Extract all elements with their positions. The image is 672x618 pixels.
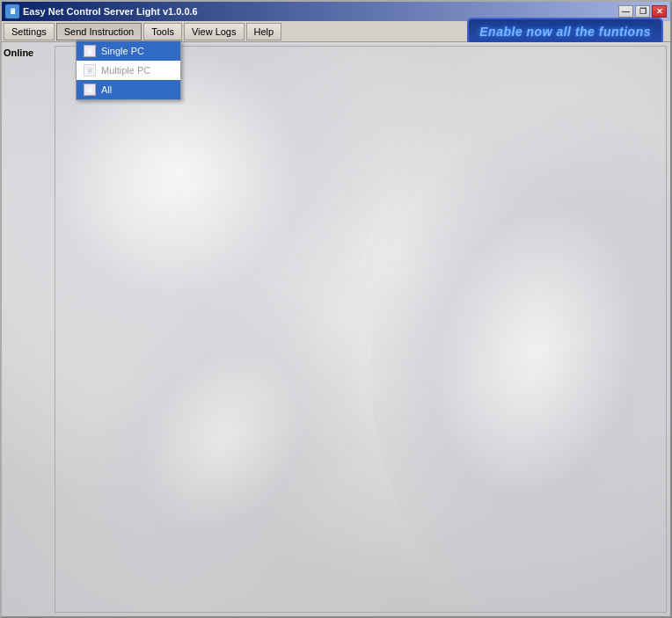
help-menu[interactable]: Help: [246, 23, 282, 40]
dropdown-item-single-pc[interactable]: 🖥 Single PC: [77, 41, 180, 61]
main-content: Online: [2, 42, 670, 616]
single-pc-label: Single PC: [101, 46, 144, 56]
dropdown-item-all[interactable]: 🖥 All: [77, 80, 180, 99]
multiple-pc-icon: 🖥: [84, 64, 96, 76]
single-pc-icon: 🖥: [84, 45, 96, 57]
dropdown-item-multiple-pc[interactable]: 🖥 Multiple PC: [77, 61, 180, 80]
all-label: All: [101, 84, 112, 95]
main-window: 🖥 Easy Net Control Server Light v1.0.0.6…: [0, 0, 672, 618]
minimize-button[interactable]: —: [618, 5, 633, 18]
title-bar-left: 🖥 Easy Net Control Server Light v1.0.0.6: [5, 4, 198, 18]
app-icon: 🖥: [5, 4, 19, 18]
send-instruction-menu[interactable]: Send Instruction: [56, 23, 142, 40]
restore-button[interactable]: ❐: [635, 5, 650, 18]
menu-bar: Settings Send Instruction Tools View Log…: [2, 21, 670, 42]
window-title: Easy Net Control Server Light v1.0.0.6: [23, 6, 198, 17]
settings-menu[interactable]: Settings: [4, 23, 55, 40]
close-button[interactable]: ✕: [652, 5, 667, 18]
view-logs-menu[interactable]: View Logs: [184, 23, 245, 40]
online-label: Online: [4, 47, 33, 58]
enable-button-label: Enable now all the funtions: [479, 25, 651, 39]
multiple-pc-label: Multiple PC: [101, 65, 150, 76]
all-icon: 🖥: [84, 84, 96, 96]
dropdown-menu: 🖥 Single PC 🖥 Multiple PC 🖥 All: [76, 40, 181, 100]
title-controls: — ❐ ✕: [618, 5, 667, 18]
tools-menu[interactable]: Tools: [143, 23, 182, 40]
content-area: [55, 46, 667, 613]
